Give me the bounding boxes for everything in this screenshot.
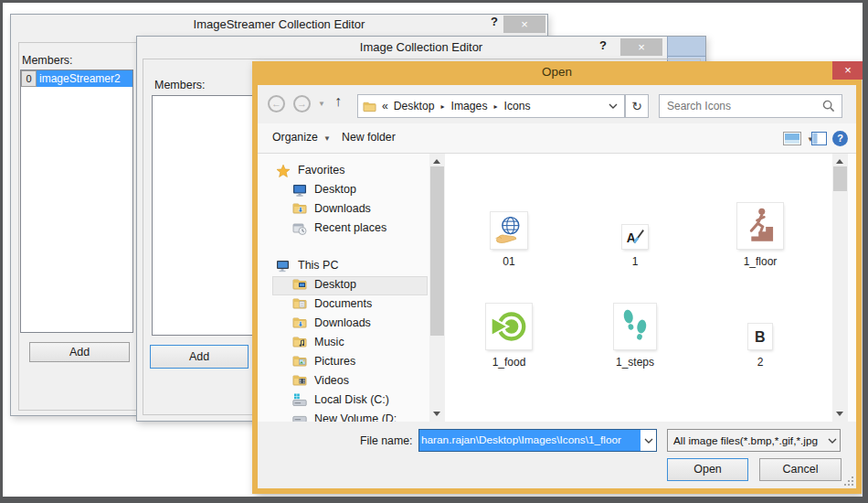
add-button[interactable]: Add <box>150 345 249 369</box>
dialog-footer: File name: haran.rajan\Desktop\Images\Ic… <box>258 422 856 488</box>
breadcrumb-icons[interactable]: Icons <box>504 100 531 112</box>
list-item[interactable]: 0 imageStreamer2 <box>21 70 132 87</box>
open-file-dialog: Open × ← → ▼ ↑ « Desktop ▸ Images ▸ Icon… <box>252 61 862 494</box>
window-title: ImageStreamer Collection Editor <box>11 15 547 35</box>
sidebar-item-pictures[interactable]: Pictures <box>258 353 429 372</box>
file-item-1[interactable]: A 1 <box>580 198 690 268</box>
item-label: Documents <box>314 297 372 310</box>
open-button[interactable]: Open <box>667 458 748 481</box>
resize-grip[interactable] <box>844 476 853 486</box>
breadcrumb-overflow[interactable]: « <box>382 100 388 112</box>
scroll-up-icon[interactable] <box>836 159 843 164</box>
close-icon[interactable]: × <box>620 38 662 56</box>
search-icon <box>822 100 835 112</box>
sidebar-group-favorites[interactable]: Favorites <box>258 162 429 181</box>
scrollbar-thumb[interactable] <box>430 166 444 336</box>
help-button[interactable]: ? <box>599 38 607 52</box>
sidebar-item-music[interactable]: Music <box>258 334 429 353</box>
file-type-select[interactable]: All image files(*.bmp,*.gif,*.jpg <box>667 429 841 452</box>
file-item-2[interactable]: B 2 <box>705 298 815 369</box>
preview-pane-icon[interactable] <box>811 132 827 145</box>
item-label: Music <box>314 336 344 348</box>
organize-menu[interactable]: Organize▼ <box>272 131 331 144</box>
sidebar-item-documents[interactable]: Documents <box>258 295 429 315</box>
cancel-button[interactable]: Cancel <box>759 458 842 481</box>
pictures-icon <box>292 355 307 369</box>
address-dropdown-icon[interactable] <box>609 103 618 109</box>
navigation-pane: Favorites Desktop Downloads <box>258 154 429 422</box>
this-pc-icon <box>276 259 291 273</box>
dropdown-arrow-icon: ▼ <box>323 134 331 143</box>
back-icon[interactable]: ← <box>268 95 285 112</box>
file-item-1-floor[interactable]: 1_floor <box>705 198 815 268</box>
forward-icon[interactable]: → <box>293 95 311 112</box>
refresh-button[interactable]: ↻ <box>625 94 649 118</box>
file-item-1-steps[interactable]: 1_steps <box>580 298 690 369</box>
sidebar-item-local-disk-c[interactable]: Local Disk (C:) <box>258 391 429 411</box>
sidebar-item-desktop[interactable]: Desktop <box>258 181 429 200</box>
sidebar-item-downloads[interactable]: Downloads <box>258 200 429 219</box>
up-icon[interactable]: ↑ <box>334 93 342 110</box>
music-icon <box>292 336 307 350</box>
documents-icon <box>292 297 307 312</box>
file-name-input[interactable]: haran.rajan\Desktop\Images\Icons\1_floor <box>418 429 657 452</box>
help-icon[interactable]: ? <box>832 131 848 146</box>
letter-a-pen-icon: A <box>622 225 648 249</box>
screenshot-frame: ImageStreamer Collection Editor ? × Memb… <box>0 0 868 503</box>
file-item-1-food[interactable]: 1_food <box>454 298 564 369</box>
add-button[interactable]: Add <box>29 342 130 362</box>
members-listbox[interactable]: 0 imageStreamer2 <box>20 70 133 333</box>
sidebar-item-downloads-pc[interactable]: Downloads <box>258 315 429 334</box>
file-type-value: All image files(*.bmp,*.gif,*.jpg <box>668 434 824 447</box>
address-bar[interactable]: « Desktop ▸ Images ▸ Icons <box>357 94 625 118</box>
item-label: New Volume (D: <box>314 412 397 422</box>
close-icon[interactable]: × <box>503 16 545 33</box>
file-name-label: File name: <box>360 434 412 447</box>
file-label: 01 <box>454 255 564 268</box>
group-label: Favorites <box>298 164 344 177</box>
breadcrumb-images[interactable]: Images <box>451 100 488 112</box>
item-label: Pictures <box>314 355 355 368</box>
folder-icon <box>363 101 376 112</box>
scrollbar-thumb[interactable] <box>833 166 847 191</box>
globe-hand-icon <box>491 212 527 249</box>
sidebar-scrollbar[interactable] <box>429 154 445 422</box>
scroll-down-icon[interactable] <box>836 412 843 416</box>
sidebar-item-new-volume-d[interactable]: New Volume (D: <box>258 411 429 422</box>
file-label: 1_steps <box>580 356 690 369</box>
members-label: Members: <box>22 54 73 67</box>
combo-dropdown-icon[interactable] <box>824 438 840 444</box>
navigation-bar: ← → ▼ ↑ « Desktop ▸ Images ▸ Icons ↻ Sea… <box>258 85 856 123</box>
sidebar-item-desktop-selected[interactable]: Desktop <box>258 276 429 295</box>
filelist-scrollbar[interactable] <box>832 154 848 422</box>
combo-dropdown-icon[interactable] <box>640 430 656 451</box>
spacer <box>848 154 856 422</box>
videos-icon <box>292 374 307 389</box>
file-label: 1_floor <box>705 255 815 268</box>
scroll-up-icon[interactable] <box>433 159 440 164</box>
file-list[interactable]: 01 A 1 <box>445 154 832 422</box>
file-label: 1_food <box>454 356 564 369</box>
sidebar-item-recent-places[interactable]: Recent places <box>258 219 429 239</box>
breadcrumb-desktop[interactable]: Desktop <box>394 100 435 112</box>
item-label: Desktop <box>314 183 356 196</box>
item-label: Downloads <box>314 316 371 329</box>
drive-icon <box>292 412 307 422</box>
sidebar-group-this-pc[interactable]: This PC <box>258 257 429 276</box>
new-folder-button[interactable]: New folder <box>342 131 396 144</box>
history-dropdown-icon[interactable]: ▼ <box>318 100 325 108</box>
views-icon[interactable] <box>783 132 801 145</box>
star-icon <box>276 164 291 178</box>
search-input[interactable]: Search Icons <box>659 94 842 118</box>
organize-label: Organize <box>272 131 318 144</box>
breadcrumb-separator-icon: ▸ <box>493 102 497 111</box>
file-item-01[interactable]: 01 <box>454 198 564 268</box>
scroll-down-icon[interactable] <box>433 412 440 416</box>
item-label: Videos <box>314 374 349 387</box>
sidebar-item-videos[interactable]: Videos <box>258 372 429 391</box>
close-icon[interactable]: × <box>832 61 863 80</box>
local-disk-icon <box>292 393 307 408</box>
list-item-name: imageStreamer2 <box>37 70 132 87</box>
help-button[interactable]: ? <box>491 15 498 28</box>
downloads-icon <box>292 202 307 217</box>
